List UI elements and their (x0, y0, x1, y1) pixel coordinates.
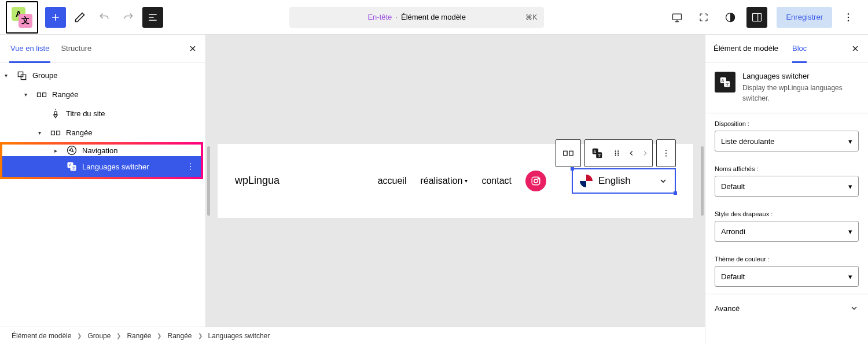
tree-item-groupe[interactable]: ▾ Groupe (0, 66, 205, 85)
edit-button[interactable] (69, 7, 90, 28)
language-switcher-block[interactable]: English (572, 168, 676, 194)
chevron-down-icon: ▾ (34, 130, 45, 136)
scroll-indicator (207, 146, 210, 216)
doc-title-sep: · (395, 13, 398, 21)
svg-point-3 (848, 13, 849, 14)
svg-point-4 (848, 16, 849, 18)
chevron-down-icon: ▾ (20, 91, 31, 98)
settings-sidebar: Élément de modèle Bloc A文 Languages swit… (705, 35, 868, 344)
shortcut-label: ⌘K (525, 13, 537, 21)
fullscreen-button[interactable] (693, 7, 714, 28)
chevron-down-icon: ▾ (0, 72, 12, 79)
doc-title-prefix: En-tête (367, 13, 392, 21)
breadcrumb-item[interactable]: Élément de modèle (12, 332, 71, 340)
translate-icon: A文 (65, 160, 79, 173)
svg-point-33 (617, 152, 619, 153)
list-view-button[interactable] (142, 7, 163, 28)
advanced-panel-toggle[interactable]: Avancé (705, 294, 868, 322)
svg-point-19 (190, 166, 191, 167)
navigation-icon (65, 145, 79, 156)
tab-element-modele[interactable]: Élément de modèle (713, 35, 778, 62)
move-left-button[interactable] (624, 139, 638, 167)
add-block-button[interactable] (45, 7, 66, 28)
group-icon (15, 69, 29, 83)
nav-link-accueil[interactable]: accueil (378, 176, 407, 186)
breadcrumb-item[interactable]: Rangée (167, 332, 192, 340)
nav-link-contact[interactable]: contact (481, 176, 512, 186)
svg-point-30 (615, 150, 616, 151)
navigation-block[interactable]: accueil réalisation▾ contact A文 (378, 168, 676, 194)
top-toolbar: A 文 En-tête · Élément de modèle ⌘K Enreg… (0, 0, 868, 35)
close-panel-button[interactable] (185, 40, 201, 57)
svg-point-37 (665, 153, 667, 154)
options-button[interactable] (838, 7, 859, 28)
move-right-button[interactable] (638, 139, 652, 167)
item-options-button[interactable] (186, 162, 195, 171)
close-sidebar-button[interactable] (851, 44, 860, 53)
flag-icon (580, 175, 593, 187)
theme-select[interactable]: Default▾ (715, 266, 859, 287)
drapeaux-select[interactable]: Arrondi▾ (715, 221, 859, 242)
svg-point-18 (190, 163, 191, 164)
document-title-button[interactable]: En-tête · Élément de modèle ⌘K (289, 7, 544, 28)
tree-item-titre[interactable]: Titre du site (0, 104, 205, 123)
translate-icon: A文 (715, 72, 735, 93)
chevron-down-icon: ▾ (848, 227, 852, 236)
breadcrumb-item[interactable]: Groupe (87, 332, 111, 340)
noms-select[interactable]: Default▾ (715, 176, 859, 197)
site-logo-button[interactable]: A 文 (6, 1, 38, 34)
svg-rect-25 (569, 151, 573, 155)
styles-button[interactable] (720, 7, 741, 28)
tree-item-rangee[interactable]: ▾ Rangée (0, 85, 205, 104)
block-options-button[interactable] (657, 139, 675, 167)
list-view-panel: Vue en liste Structure ▾ Groupe ▾ Rangée… (0, 35, 206, 327)
settings-sidebar-button[interactable] (746, 7, 767, 28)
svg-text:文: 文 (726, 82, 729, 86)
svg-point-38 (665, 155, 667, 156)
doc-title-suffix: Élément de modèle (401, 13, 466, 21)
editor-canvas[interactable]: wpLingua accueil réalisation▾ contact A文 (206, 35, 705, 327)
nav-link-realisation[interactable]: réalisation▾ (420, 176, 468, 186)
svg-rect-24 (564, 151, 567, 155)
drag-handle[interactable] (609, 139, 624, 167)
desktop-view-button[interactable] (667, 7, 687, 28)
tree-item-languages-switcher[interactable]: A文 Languages switcher (2, 156, 201, 177)
chevron-down-icon: ▾ (465, 177, 468, 184)
breadcrumb-item[interactable]: Rangée (127, 332, 151, 340)
block-tree: ▾ Groupe ▾ Rangée Titre du site ▾ Rangée… (0, 62, 205, 183)
save-button[interactable]: Enregistrer (777, 7, 832, 28)
svg-rect-0 (673, 14, 682, 20)
tree-item-navigation[interactable]: ▸ Navigation (2, 145, 201, 156)
logo-icon: 文 (19, 14, 32, 28)
svg-point-36 (665, 150, 667, 151)
site-header-block[interactable]: wpLingua accueil réalisation▾ contact A文 (218, 144, 693, 218)
svg-point-35 (617, 154, 619, 156)
site-title-icon (49, 107, 62, 121)
undo-button[interactable] (94, 7, 115, 28)
breadcrumb-item[interactable]: Languages switcher (208, 332, 270, 340)
row-icon (49, 126, 62, 140)
tab-bloc[interactable]: Bloc (792, 35, 807, 62)
row-icon (35, 88, 49, 102)
disposition-select[interactable]: Liste déroulante▾ (715, 131, 859, 151)
chevron-down-icon (849, 304, 859, 313)
redo-button[interactable] (118, 7, 139, 28)
block-type-button[interactable]: A文 (585, 139, 609, 167)
block-description: Display the wpLingua languages switcher. (742, 83, 859, 103)
svg-text:A: A (594, 149, 597, 154)
svg-point-5 (848, 20, 849, 21)
svg-text:A: A (722, 78, 724, 83)
svg-point-23 (538, 178, 539, 179)
tab-list-view[interactable]: Vue en liste (5, 35, 55, 62)
instagram-icon[interactable] (525, 171, 546, 191)
svg-point-32 (615, 152, 616, 153)
block-info: A文 Languages switcher Display the wpLing… (705, 62, 868, 113)
block-toolbar: A文 (556, 139, 676, 167)
svg-rect-12 (57, 131, 60, 135)
site-title-block[interactable]: wpLingua (235, 175, 279, 187)
tab-structure[interactable]: Structure (55, 35, 97, 62)
tree-item-rangee[interactable]: ▾ Rangée (0, 123, 205, 142)
theme-label: Thème de couleur : (715, 256, 859, 262)
parent-block-button[interactable] (556, 139, 580, 167)
svg-rect-8 (38, 93, 41, 97)
